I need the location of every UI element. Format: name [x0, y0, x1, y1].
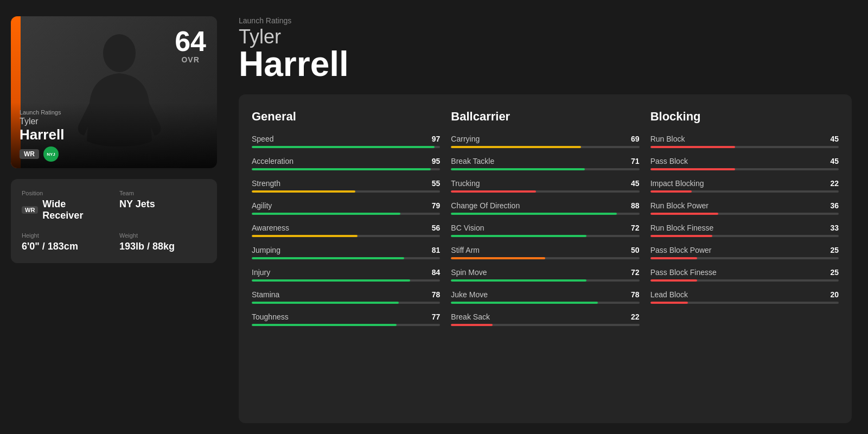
- stat-bar-fill: [252, 190, 355, 193]
- stat-name: Pass Block Power: [650, 246, 712, 254]
- stat-header: Stamina 78: [252, 290, 440, 299]
- ovr-number: 64: [175, 27, 206, 55]
- stat-bar-bg: [650, 257, 839, 259]
- stat-name: Awareness: [252, 224, 289, 232]
- stat-name: Pass Block: [650, 157, 688, 165]
- stat-bar-bg: [650, 146, 839, 148]
- stat-name: Juke Move: [451, 290, 488, 299]
- stat-row: Pass Block Power 25: [650, 246, 839, 259]
- stat-bar-fill: [650, 146, 735, 148]
- stat-value: 79: [432, 201, 441, 210]
- position-value: WR Wide Receiver: [22, 199, 108, 221]
- stat-name: Run Block Finesse: [650, 224, 714, 232]
- stat-bar-bg: [252, 168, 440, 170]
- blocking-column: Blocking Run Block 45 Pass Block 45: [650, 110, 839, 408]
- stat-bar-fill: [650, 302, 688, 304]
- stat-bar-bg: [650, 302, 839, 304]
- stat-value: 22: [631, 312, 640, 321]
- stat-header: Agility 79: [252, 201, 440, 210]
- stat-value: 71: [631, 157, 640, 165]
- stat-name: Run Block: [650, 135, 685, 143]
- stat-row: Stiff Arm 50: [451, 246, 639, 259]
- stat-row: Trucking 45: [451, 179, 639, 193]
- stat-row: Break Tackle 71: [451, 157, 639, 170]
- position-tag: WR: [20, 149, 39, 159]
- stat-row: Pass Block Finesse 25: [650, 268, 839, 282]
- ballcarrier-title: Ballcarrier: [451, 110, 639, 124]
- stat-value: 77: [432, 312, 441, 321]
- stat-row: Injury 84: [252, 268, 440, 282]
- stat-row: Spin Move 72: [451, 268, 639, 282]
- stat-bar-bg: [451, 190, 639, 193]
- stat-bar-fill: [252, 324, 397, 326]
- stat-value: 25: [830, 268, 839, 277]
- stat-name: Carrying: [451, 135, 480, 143]
- stat-header: Break Tackle 71: [451, 157, 639, 165]
- stat-bar-fill: [451, 257, 545, 259]
- detail-position: Position WR Wide Receiver: [22, 190, 108, 221]
- stat-name: Acceleration: [252, 157, 293, 165]
- stat-value: 88: [631, 201, 640, 210]
- details-card: Position WR Wide Receiver Team NY Jets H…: [11, 179, 217, 263]
- stat-bar-bg: [451, 302, 639, 304]
- stat-header: Impact Blocking 22: [650, 179, 839, 188]
- stat-value: 45: [631, 179, 640, 188]
- stat-bar-fill: [252, 257, 404, 259]
- stat-bar-fill: [252, 235, 358, 237]
- stat-bar-fill: [252, 302, 399, 304]
- stat-header: Carrying 69: [451, 135, 639, 143]
- stat-bar-fill: [650, 279, 698, 282]
- stat-name: Jumping: [252, 246, 280, 254]
- ballcarrier-stats-list: Carrying 69 Break Tackle 71 Trucking 45: [451, 135, 639, 326]
- stat-value: 22: [830, 179, 839, 188]
- stat-bar-bg: [451, 235, 639, 237]
- stat-bar-bg: [252, 190, 440, 193]
- stat-name: Speed: [252, 135, 273, 143]
- ballcarrier-column: Ballcarrier Carrying 69 Break Tackle 71: [451, 110, 639, 408]
- stat-name: Toughness: [252, 312, 289, 321]
- blocking-stats-list: Run Block 45 Pass Block 45 Impact Blocki…: [650, 135, 839, 304]
- stat-value: 72: [631, 268, 640, 277]
- stat-bar-bg: [650, 279, 839, 282]
- stat-row: Stamina 78: [252, 290, 440, 304]
- stat-row: Speed 97: [252, 135, 440, 148]
- stat-name: Strength: [252, 179, 280, 188]
- stat-row: Run Block Power 36: [650, 201, 839, 215]
- stat-header: Strength 55: [252, 179, 440, 188]
- right-panel: Launch Ratings Tyler Harrell General Spe…: [228, 0, 868, 434]
- stat-bar-bg: [451, 168, 639, 170]
- stat-bar-fill: [451, 146, 581, 148]
- stat-header: Pass Block Power 25: [650, 246, 839, 254]
- stat-bar-bg: [252, 213, 440, 215]
- stat-bar-bg: [650, 235, 839, 237]
- stat-row: Jumping 81: [252, 246, 440, 259]
- stat-bar-bg: [650, 168, 839, 170]
- stats-container: General Speed 97 Acceleration 95: [239, 94, 852, 423]
- stat-name: Break Tackle: [451, 157, 494, 165]
- stat-name: Trucking: [451, 179, 480, 188]
- stat-header: Pass Block Finesse 25: [650, 268, 839, 277]
- stat-bar-bg: [650, 213, 839, 215]
- stat-bar-fill: [650, 235, 713, 237]
- stat-header: Speed 97: [252, 135, 440, 143]
- team-value: NY Jets: [119, 199, 206, 210]
- general-title: General: [252, 110, 440, 124]
- stat-row: Agility 79: [252, 201, 440, 215]
- stat-bar-bg: [451, 324, 639, 326]
- stat-name: Spin Move: [451, 268, 487, 277]
- general-stats-list: Speed 97 Acceleration 95 Strength 55: [252, 135, 440, 326]
- launch-ratings-label: Launch Ratings: [239, 16, 852, 25]
- player-card: 64 OVR Launch Ratings Tyler Harrell WR N…: [11, 16, 217, 168]
- stat-name: Injury: [252, 268, 270, 277]
- stat-value: 72: [631, 224, 640, 232]
- stat-bar-bg: [451, 279, 639, 282]
- stat-row: Carrying 69: [451, 135, 639, 148]
- stat-name: Pass Block Finesse: [650, 268, 717, 277]
- stat-header: Change Of Direction 88: [451, 201, 639, 210]
- stat-row: Acceleration 95: [252, 157, 440, 170]
- stat-name: Lead Block: [650, 290, 688, 299]
- stat-bar-fill: [451, 168, 585, 170]
- stat-bar-fill: [451, 213, 617, 215]
- position-pos-tag: WR: [22, 206, 38, 214]
- weight-value: 193lb / 88kg: [119, 241, 206, 252]
